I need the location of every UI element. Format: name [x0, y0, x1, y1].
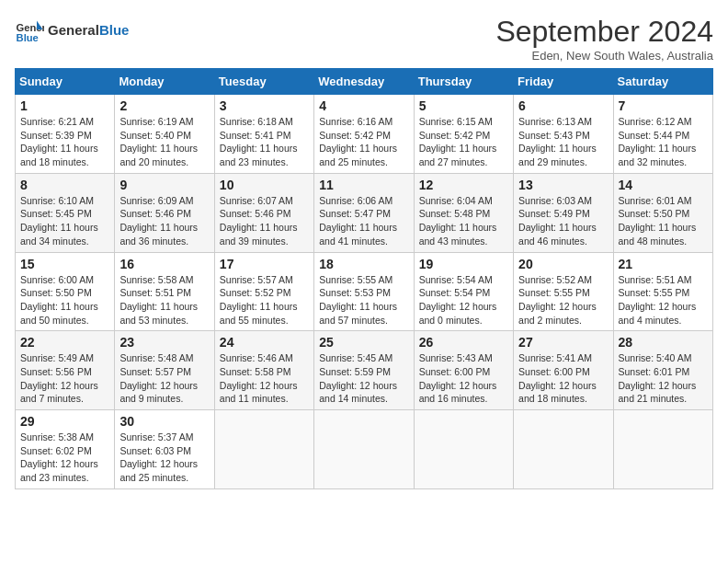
month-title: September 2024 [495, 15, 713, 49]
weekday-header-sunday: Sunday [16, 69, 115, 95]
sunrise-label: Sunrise: 6:04 AM [419, 195, 493, 206]
day-number: 30 [119, 414, 209, 429]
sunset-label: Sunset: 5:47 PM [319, 208, 391, 219]
sunset-label: Sunset: 6:01 PM [619, 366, 690, 377]
day-info: Sunrise: 5:58 AM Sunset: 5:51 PM Dayligh… [119, 273, 209, 327]
weekday-header-wednesday: Wednesday [314, 69, 414, 95]
calendar-cell: 10 Sunrise: 6:07 AM Sunset: 5:46 PM Dayl… [214, 173, 313, 252]
calendar-week-3: 15 Sunrise: 6:00 AM Sunset: 5:50 PM Dayl… [16, 252, 713, 331]
daylight-label: Daylight: 12 hours and 18 minutes. [518, 380, 597, 405]
calendar-cell: 29 Sunrise: 5:38 AM Sunset: 6:02 PM Dayl… [16, 410, 115, 489]
calendar-cell: 13 Sunrise: 6:03 AM Sunset: 5:49 PM Dayl… [514, 173, 613, 252]
sunset-label: Sunset: 5:42 PM [419, 130, 491, 141]
sunrise-label: Sunrise: 5:43 AM [419, 352, 493, 363]
day-info: Sunrise: 5:52 AM Sunset: 5:55 PM Dayligh… [518, 273, 608, 327]
day-number: 4 [319, 98, 408, 113]
logo: General Blue GeneralBlue [15, 15, 129, 44]
day-number: 15 [20, 257, 109, 271]
day-number: 22 [20, 335, 109, 350]
daylight-label: Daylight: 12 hours and 11 minutes. [220, 380, 298, 405]
calendar-week-4: 22 Sunrise: 5:49 AM Sunset: 5:56 PM Dayl… [16, 331, 713, 410]
day-info: Sunrise: 6:12 AM Sunset: 5:44 PM Dayligh… [619, 115, 708, 169]
sunset-label: Sunset: 5:58 PM [220, 366, 291, 377]
sunrise-label: Sunrise: 5:49 AM [20, 352, 94, 363]
calendar-cell: 14 Sunrise: 6:01 AM Sunset: 5:50 PM Dayl… [613, 173, 712, 252]
logo-text: GeneralBlue [48, 22, 129, 38]
weekday-header-friday: Friday [514, 69, 613, 95]
sunset-label: Sunset: 6:00 PM [419, 366, 491, 377]
sunset-label: Sunset: 5:45 PM [20, 208, 92, 219]
sunset-label: Sunset: 5:53 PM [319, 287, 391, 298]
calendar-cell: 22 Sunrise: 5:49 AM Sunset: 5:56 PM Dayl… [16, 331, 115, 410]
location: Eden, New South Wales, Australia [495, 49, 713, 63]
sunset-label: Sunset: 5:48 PM [419, 208, 491, 219]
day-number: 2 [119, 98, 209, 113]
calendar-cell: 23 Sunrise: 5:48 AM Sunset: 5:57 PM Dayl… [115, 331, 214, 410]
sunrise-label: Sunrise: 6:19 AM [119, 116, 193, 127]
calendar-cell: 24 Sunrise: 5:46 AM Sunset: 5:58 PM Dayl… [214, 331, 313, 410]
day-info: Sunrise: 5:49 AM Sunset: 5:56 PM Dayligh… [20, 351, 109, 406]
daylight-label: Daylight: 11 hours and 50 minutes. [20, 301, 98, 326]
sunset-label: Sunset: 6:03 PM [119, 445, 191, 456]
daylight-label: Daylight: 11 hours and 57 minutes. [319, 301, 397, 326]
calendar-cell [613, 410, 712, 489]
weekday-header-saturday: Saturday [613, 69, 712, 95]
daylight-label: Daylight: 11 hours and 41 minutes. [319, 222, 397, 247]
day-number: 24 [220, 335, 309, 350]
calendar-cell: 9 Sunrise: 6:09 AM Sunset: 5:46 PM Dayli… [115, 173, 214, 252]
day-info: Sunrise: 6:18 AM Sunset: 5:41 PM Dayligh… [220, 115, 309, 169]
day-number: 21 [619, 257, 708, 271]
day-number: 12 [419, 178, 508, 192]
calendar-cell: 30 Sunrise: 5:37 AM Sunset: 6:03 PM Dayl… [115, 410, 214, 489]
calendar-cell: 26 Sunrise: 5:43 AM Sunset: 6:00 PM Dayl… [414, 331, 513, 410]
day-number: 13 [518, 178, 608, 192]
sunrise-label: Sunrise: 6:01 AM [619, 195, 692, 206]
sunrise-label: Sunrise: 6:15 AM [419, 116, 493, 127]
sunrise-label: Sunrise: 5:41 AM [518, 352, 592, 363]
day-number: 26 [419, 335, 508, 350]
daylight-label: Daylight: 11 hours and 48 minutes. [619, 222, 697, 247]
day-number: 3 [220, 98, 309, 113]
sunrise-label: Sunrise: 5:45 AM [319, 352, 392, 363]
daylight-label: Daylight: 12 hours and 16 minutes. [419, 380, 497, 405]
title-block: September 2024 Eden, New South Wales, Au… [495, 15, 713, 63]
sunset-label: Sunset: 5:52 PM [220, 287, 291, 298]
day-number: 17 [220, 257, 309, 271]
day-number: 6 [518, 98, 608, 113]
calendar-cell [214, 410, 313, 489]
calendar-cell: 8 Sunrise: 6:10 AM Sunset: 5:45 PM Dayli… [16, 173, 115, 252]
day-info: Sunrise: 5:57 AM Sunset: 5:52 PM Dayligh… [220, 273, 309, 327]
day-number: 23 [119, 335, 209, 350]
sunrise-label: Sunrise: 5:46 AM [220, 352, 293, 363]
daylight-label: Daylight: 11 hours and 32 minutes. [619, 143, 697, 167]
calendar-cell: 17 Sunrise: 5:57 AM Sunset: 5:52 PM Dayl… [214, 252, 313, 331]
sunrise-label: Sunrise: 5:48 AM [119, 352, 193, 363]
daylight-label: Daylight: 11 hours and 46 minutes. [518, 222, 597, 247]
calendar-cell: 5 Sunrise: 6:15 AM Sunset: 5:42 PM Dayli… [414, 95, 513, 174]
sunset-label: Sunset: 5:50 PM [20, 287, 92, 298]
sunset-label: Sunset: 5:42 PM [319, 130, 391, 141]
sunrise-label: Sunrise: 5:40 AM [619, 352, 692, 363]
calendar-cell [414, 410, 513, 489]
day-info: Sunrise: 6:21 AM Sunset: 5:39 PM Dayligh… [20, 115, 109, 169]
calendar-cell [314, 410, 414, 489]
day-info: Sunrise: 5:38 AM Sunset: 6:02 PM Dayligh… [20, 431, 109, 485]
sunrise-label: Sunrise: 6:09 AM [119, 195, 193, 206]
calendar-cell: 2 Sunrise: 6:19 AM Sunset: 5:40 PM Dayli… [115, 95, 214, 174]
daylight-label: Daylight: 11 hours and 55 minutes. [220, 301, 298, 326]
sunset-label: Sunset: 5:56 PM [20, 366, 92, 377]
sunrise-label: Sunrise: 5:55 AM [319, 274, 392, 285]
calendar-cell: 11 Sunrise: 6:06 AM Sunset: 5:47 PM Dayl… [314, 173, 414, 252]
sunrise-label: Sunrise: 5:52 AM [518, 274, 592, 285]
day-number: 16 [119, 257, 209, 271]
day-number: 7 [619, 98, 708, 113]
sunset-label: Sunset: 5:55 PM [619, 287, 690, 298]
daylight-label: Daylight: 11 hours and 23 minutes. [220, 143, 298, 167]
calendar-cell: 18 Sunrise: 5:55 AM Sunset: 5:53 PM Dayl… [314, 252, 414, 331]
daylight-label: Daylight: 11 hours and 43 minutes. [419, 222, 497, 247]
day-info: Sunrise: 6:09 AM Sunset: 5:46 PM Dayligh… [119, 194, 209, 248]
daylight-label: Daylight: 11 hours and 20 minutes. [119, 143, 198, 167]
calendar-week-1: 1 Sunrise: 6:21 AM Sunset: 5:39 PM Dayli… [16, 95, 713, 174]
day-number: 14 [619, 178, 708, 192]
daylight-label: Daylight: 12 hours and 7 minutes. [20, 380, 98, 405]
